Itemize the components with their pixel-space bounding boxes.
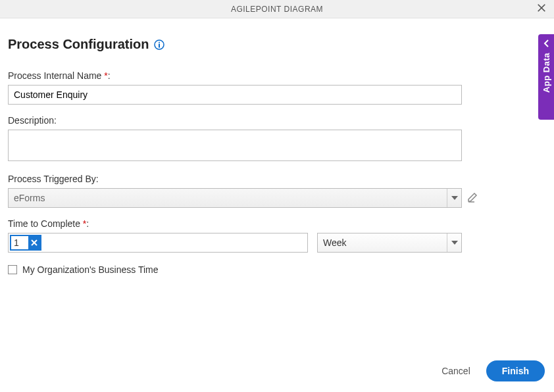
input-description[interactable]	[8, 130, 462, 161]
dialog-title: AGILEPOINT DIAGRAM	[231, 5, 323, 14]
select-value: Week	[318, 237, 447, 248]
input-process-internal-name[interactable]	[8, 85, 462, 105]
field-description: Description:	[8, 115, 546, 163]
page-title: Process Configuration	[8, 37, 149, 52]
field-process-triggered-by: Process Triggered By: eForms	[8, 174, 546, 208]
label-process-internal-name: Process Internal Name *:	[8, 70, 546, 81]
close-icon[interactable]	[536, 3, 547, 14]
field-business-time: My Organization's Business Time	[8, 264, 546, 275]
select-value: eForms	[9, 193, 447, 203]
label-business-time: My Organization's Business Time	[22, 264, 159, 275]
label-text: Process Internal Name	[8, 70, 101, 81]
label-process-triggered-by: Process Triggered By:	[8, 174, 546, 184]
svg-point-3	[159, 41, 160, 43]
side-tab-label: App Data	[541, 53, 551, 93]
chevron-down-icon	[447, 233, 461, 252]
edit-icon[interactable]	[467, 192, 479, 204]
side-tab-app-data[interactable]: App Data	[538, 34, 554, 120]
chevron-left-icon	[543, 39, 549, 47]
input-time-to-complete[interactable]: 1	[8, 233, 308, 253]
label-description: Description:	[8, 115, 546, 126]
info-icon[interactable]	[154, 39, 164, 50]
svg-rect-4	[159, 43, 160, 47]
time-value: 1	[11, 237, 28, 248]
select-time-unit[interactable]: Week	[317, 233, 462, 253]
finish-button[interactable]: Finish	[486, 360, 545, 381]
chevron-down-icon	[447, 189, 461, 207]
page-title-row: Process Configuration	[8, 37, 546, 52]
select-process-triggered-by[interactable]: eForms	[8, 188, 462, 208]
field-process-internal-name: Process Internal Name *:	[8, 70, 546, 105]
field-time-to-complete: Time to Complete *: 1 Week	[8, 218, 546, 253]
triggered-by-row: eForms	[8, 188, 546, 208]
label-time-to-complete: Time to Complete *:	[8, 218, 546, 229]
label-colon: :	[108, 70, 111, 81]
dialog-content: Process Configuration Process Internal N…	[0, 18, 554, 283]
dialog-header: AGILEPOINT DIAGRAM	[0, 0, 554, 18]
clear-icon[interactable]	[28, 236, 40, 249]
label-text: Time to Complete	[8, 218, 80, 229]
label-colon: :	[86, 218, 89, 229]
dialog-footer: Cancel Finish	[441, 360, 545, 381]
time-value-box: 1	[10, 235, 41, 251]
checkbox-business-time[interactable]	[8, 265, 17, 274]
time-to-complete-row: 1 Week	[8, 233, 546, 253]
cancel-button[interactable]: Cancel	[441, 366, 470, 376]
